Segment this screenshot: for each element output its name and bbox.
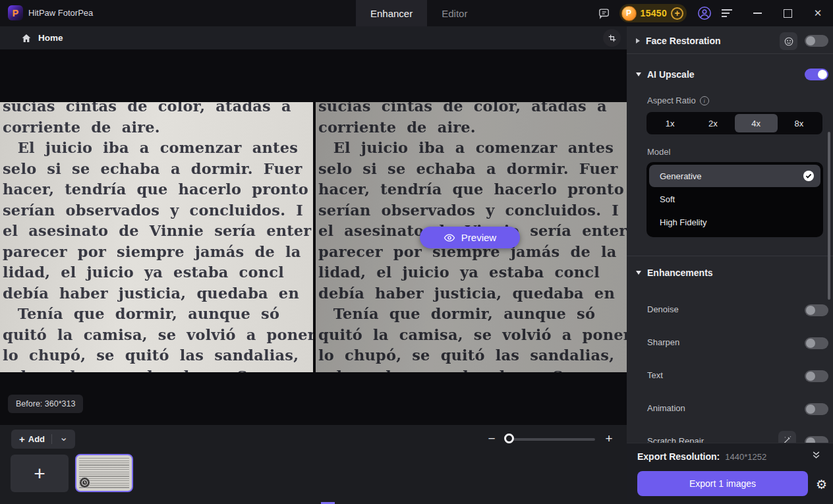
ai-upscale-toggle[interactable] — [805, 69, 828, 80]
collapse-arrow-icon — [636, 38, 640, 43]
face-restoration-smiley-button[interactable] — [780, 32, 797, 50]
book-page-text: sucias cintas de color, atadas acorrient… — [3, 102, 313, 372]
enhancement-row-sharpen: Sharpen — [627, 337, 833, 350]
check-circle-icon — [803, 171, 814, 181]
preview-button[interactable]: Preview — [420, 227, 520, 248]
settings-panel: Face Restoration AI Upscale Aspect Ratio… — [627, 26, 833, 504]
model-options: Generative Soft High Fidelity — [646, 162, 823, 237]
titlebar-right: 15450 — [598, 0, 833, 26]
model-option-high-fidelity[interactable]: High Fidelity — [649, 211, 820, 233]
section-face-restoration[interactable]: Face Restoration — [636, 36, 721, 46]
feedback-chat-icon[interactable] — [598, 7, 610, 20]
plus-icon — [19, 434, 25, 445]
image-thumbnail[interactable] — [75, 454, 133, 492]
section-ai-upscale[interactable]: AI Upscale — [636, 69, 695, 80]
text-toggle[interactable] — [805, 370, 828, 382]
chevron-down-icon[interactable] — [52, 435, 75, 443]
add-label: Add — [28, 434, 45, 444]
add-credits-icon[interactable] — [671, 7, 683, 20]
tab-editor[interactable]: Editor — [427, 0, 482, 26]
zoom-slider-knob[interactable] — [504, 434, 514, 443]
account-avatar[interactable] — [697, 6, 712, 20]
before-resolution-badge: Before: 360*313 — [8, 395, 83, 413]
zoom-out-button[interactable] — [484, 429, 499, 449]
enhancement-row-denoise: Denoise — [627, 304, 833, 317]
animation-toggle[interactable] — [805, 403, 828, 415]
compare-view: sucias cintas de color, atadas acorrient… — [0, 102, 627, 372]
title-bar: HitPaw FotorPea Enhancer Editor 15450 — [0, 0, 833, 26]
info-icon[interactable] — [700, 96, 709, 105]
sharpen-toggle[interactable] — [805, 337, 828, 349]
add-button-main[interactable]: Add — [11, 434, 51, 445]
close-button[interactable] — [803, 0, 833, 26]
workspace: Home sucias cintas de color, atadas acor… — [0, 26, 627, 504]
coin-icon — [621, 6, 637, 21]
export-button[interactable]: Export 1 images — [637, 471, 808, 496]
minimize-button[interactable] — [742, 0, 772, 26]
processing-status-icon — [79, 477, 90, 488]
crop-icon — [608, 34, 617, 43]
maximize-button[interactable] — [772, 0, 803, 26]
model-option-soft[interactable]: Soft — [649, 188, 820, 210]
app-title: HitPaw FotorPea — [28, 8, 93, 18]
section-enhancements[interactable]: Enhancements — [636, 267, 713, 278]
enhancement-row-text: Text — [627, 370, 833, 383]
preview-label: Preview — [461, 232, 496, 243]
app-logo-icon — [8, 5, 23, 20]
export-section: Export Resolution: 1440*1252 Export 1 im… — [627, 443, 833, 504]
enhancement-row-animation: Animation — [627, 403, 833, 416]
home-label: Home — [38, 33, 63, 43]
face-restoration-title: Face Restoration — [646, 36, 721, 46]
divider — [627, 53, 833, 54]
expand-arrow-icon — [636, 271, 641, 275]
enhancements-title: Enhancements — [647, 267, 713, 278]
ratio-option-8x[interactable]: 8x — [778, 114, 820, 132]
export-settings-gear-icon[interactable] — [816, 477, 827, 491]
tab-enhancer[interactable]: Enhancer — [356, 0, 427, 26]
ratio-option-1x[interactable]: 1x — [648, 114, 691, 132]
aspect-ratio-options: 1x 2x 4x 8x — [646, 112, 822, 134]
smiley-icon — [784, 36, 794, 47]
panel-scrollbar[interactable] — [828, 132, 830, 300]
app-window: HitPaw FotorPea Enhancer Editor 15450 — [0, 0, 833, 504]
breadcrumb-home[interactable]: Home — [0, 33, 63, 43]
divider — [627, 256, 833, 256]
home-icon — [21, 33, 32, 43]
expand-arrow-icon — [636, 72, 641, 76]
eye-icon — [444, 232, 455, 244]
export-resolution: Export Resolution: 1440*1252 — [637, 451, 766, 462]
ratio-option-2x[interactable]: 2x — [691, 114, 734, 132]
collapse-double-chevron-icon[interactable] — [811, 450, 821, 461]
model-option-generative[interactable]: Generative — [649, 165, 820, 187]
aspect-ratio-label: Aspect Ratio — [647, 96, 709, 105]
credits-count: 15450 — [641, 8, 667, 18]
canvas: sucias cintas de color, atadas acorrient… — [0, 49, 627, 425]
menu-icon[interactable] — [712, 0, 742, 26]
crop-button[interactable] — [603, 29, 621, 47]
add-image-tile[interactable] — [11, 455, 69, 492]
main-tabs: Enhancer Editor — [356, 0, 482, 26]
face-restoration-toggle[interactable] — [805, 35, 828, 47]
model-label: Model — [647, 147, 670, 157]
zoom-control — [484, 429, 616, 449]
add-button[interactable]: Add — [11, 430, 75, 449]
image-before: sucias cintas de color, atadas acorrient… — [0, 102, 313, 372]
brand: HitPaw FotorPea — [8, 5, 93, 20]
zoom-in-button[interactable] — [602, 429, 616, 449]
zoom-slider-track[interactable] — [507, 438, 595, 441]
credits-pill[interactable]: 15450 — [619, 4, 687, 22]
ai-upscale-title: AI Upscale — [647, 69, 695, 80]
denoise-toggle[interactable] — [805, 304, 828, 316]
sub-toolbar: Home — [0, 26, 627, 49]
ratio-option-4x[interactable]: 4x — [735, 114, 778, 132]
export-resolution-value: 1440*1252 — [725, 452, 766, 462]
bottom-bar: Add — [0, 425, 627, 504]
